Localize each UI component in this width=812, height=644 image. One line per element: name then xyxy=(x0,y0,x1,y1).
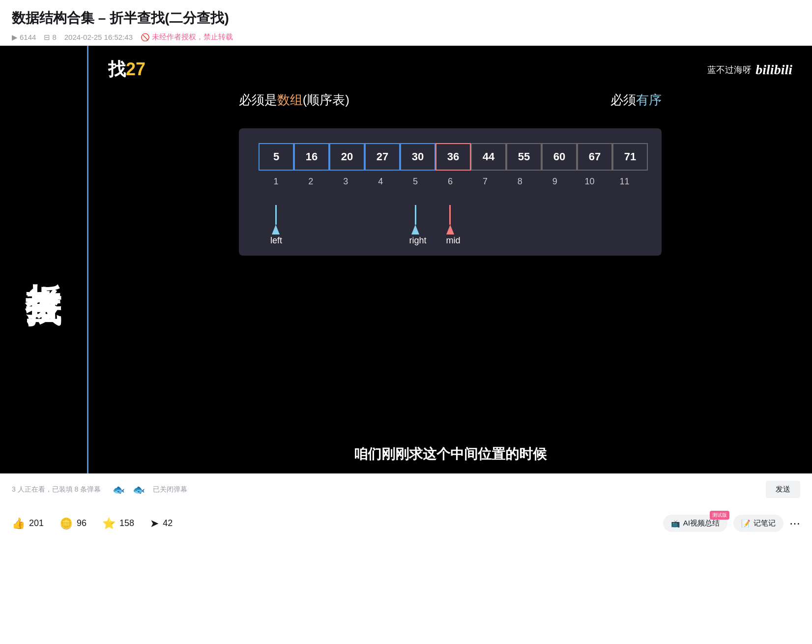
cell-9: 60 xyxy=(542,143,577,171)
share-icon: ➤ xyxy=(150,517,159,530)
find-label: 找 xyxy=(108,59,126,79)
find-number: 27 xyxy=(126,59,145,79)
star-count: 158 xyxy=(119,518,134,528)
coin-button[interactable]: 🪙 96 xyxy=(59,517,87,530)
danmu-icon-1[interactable]: 🐟 xyxy=(113,484,125,496)
ai-icon: 📺 xyxy=(671,519,680,528)
video-player[interactable]: 折半查找 找27 蓝不过海呀 bilibili 必须是数组(顺序表) 必须有序 xyxy=(0,46,812,473)
index-2: 2 xyxy=(293,175,328,188)
video-content: 找27 蓝不过海呀 bilibili 必须是数组(顺序表) 必须有序 5 16 xyxy=(88,46,812,473)
danmu-status: 已关闭弹幕 xyxy=(153,485,187,494)
index-11: 11 xyxy=(607,175,642,188)
cond1-highlight: 数组 xyxy=(277,92,303,107)
coin-count: 96 xyxy=(77,518,87,528)
viewer-info: 3 人正在看，已装填 8 条弹幕 xyxy=(12,485,101,494)
index-3: 3 xyxy=(328,175,363,188)
index-1: 1 xyxy=(259,175,293,188)
left-arrow-line xyxy=(275,205,277,225)
ai-summary-button[interactable]: 测试版 📺 AI视频总结 xyxy=(663,515,727,532)
mid-arrow-head xyxy=(446,225,454,234)
page-title: 数据结构合集 – 折半查找(二分查找) xyxy=(12,9,800,28)
cell-5: 30 xyxy=(400,143,435,171)
star-icon: ⭐ xyxy=(102,517,116,530)
notes-label: 记笔记 xyxy=(754,519,776,528)
mid-arrow-line xyxy=(449,205,451,225)
page-header: 数据结构合集 – 折半查找(二分查找) ▶ 6144 ⊟ 8 2024-02-2… xyxy=(0,0,812,46)
right-label: right xyxy=(400,235,435,246)
empty-label-4 xyxy=(365,235,400,246)
ai-summary-label: AI视频总结 xyxy=(683,519,720,528)
left-sidebar: 折半查找 xyxy=(0,46,88,473)
cell-6: 36 xyxy=(435,143,471,171)
index-8: 8 xyxy=(502,175,537,188)
cell-8: 55 xyxy=(506,143,542,171)
cell-10: 67 xyxy=(577,143,612,171)
condition-sorted: 必须有序 xyxy=(610,91,662,109)
array-container: 5 16 20 27 30 36 44 55 60 67 71 1 2 3 xyxy=(239,128,662,256)
cell-2: 16 xyxy=(294,143,329,171)
condition-array: 必须是数组(顺序表) xyxy=(239,91,349,109)
copyright-notice: 🚫 未经作者授权，禁止转载 xyxy=(141,32,233,42)
sidebar-title: 折半查找 xyxy=(26,256,61,263)
cond1-suffix: (顺序表) xyxy=(303,92,349,107)
arrow-labels: left right mid xyxy=(259,235,642,246)
right-actions: 测试版 📺 AI视频总结 📝 记笔记 ⋯ xyxy=(663,515,800,532)
mid-label: mid xyxy=(435,235,471,246)
conditions-row: 必须是数组(顺序表) 必须有序 xyxy=(108,91,792,109)
cell-11: 71 xyxy=(612,143,648,171)
index-9: 9 xyxy=(537,175,572,188)
brand-name: 蓝不过海呀 xyxy=(707,64,752,76)
cond2-text: 必须 xyxy=(610,92,636,107)
meta-row: ▶ 6144 ⊟ 8 2024-02-25 16:52:43 🚫 未经作者授权，… xyxy=(12,32,800,42)
send-button[interactable]: 发送 xyxy=(766,481,800,498)
cell-1: 5 xyxy=(259,143,294,171)
actions-bar: 👍 201 🪙 96 ⭐ 158 ➤ 42 测试版 📺 AI视频总结 📝 记笔记… xyxy=(0,505,812,542)
star-button[interactable]: ⭐ 158 xyxy=(102,517,134,530)
find-heading: 找27 xyxy=(108,58,145,82)
index-6: 6 xyxy=(433,175,468,188)
view-count: ▶ 6144 xyxy=(12,33,36,42)
play-icon: ▶ xyxy=(12,33,18,42)
controls-bar: 3 人正在看，已装填 8 条弹幕 🐟 🐟 已关闭弹幕 发送 xyxy=(0,473,812,505)
mid-arrow-slot xyxy=(433,205,468,235)
index-4: 4 xyxy=(363,175,398,188)
no-copy-icon: 🚫 xyxy=(141,33,150,42)
publish-date: 2024-02-25 16:52:43 xyxy=(64,33,133,41)
left-arrow-slot xyxy=(259,205,293,235)
arrows-row xyxy=(259,196,642,235)
empty-label-2 xyxy=(294,235,329,246)
bilibili-logo: bilibili xyxy=(755,62,792,78)
comment-icon: ⊟ xyxy=(44,33,50,42)
index-5: 5 xyxy=(398,175,433,188)
share-count: 42 xyxy=(163,518,173,528)
beta-badge: 测试版 xyxy=(710,511,729,520)
cond2-highlight: 有序 xyxy=(636,92,662,107)
empty-label-3 xyxy=(329,235,365,246)
notes-icon: 📝 xyxy=(741,519,751,528)
right-arrow-head xyxy=(411,225,419,234)
right-arrow-slot xyxy=(398,205,433,235)
index-7: 7 xyxy=(467,175,502,188)
like-button[interactable]: 👍 201 xyxy=(12,517,44,530)
left-label: left xyxy=(259,235,294,246)
notes-button[interactable]: 📝 记笔记 xyxy=(733,515,783,532)
bilibili-brand: 蓝不过海呀 bilibili xyxy=(707,62,792,78)
video-topbar: 找27 蓝不过海呀 bilibili xyxy=(108,58,792,82)
array-visualization: 5 16 20 27 30 36 44 55 60 67 71 1 2 3 xyxy=(108,128,792,256)
left-arrow-head xyxy=(272,225,280,234)
more-button[interactable]: ⋯ xyxy=(789,517,800,530)
coin-icon: 🪙 xyxy=(59,517,73,530)
array-cells: 5 16 20 27 30 36 44 55 60 67 71 xyxy=(259,143,642,171)
cond1-text: 必须是 xyxy=(239,92,277,107)
cell-3: 20 xyxy=(329,143,365,171)
cell-4: 27 xyxy=(365,143,400,171)
danmu-icon-2[interactable]: 🐟 xyxy=(133,484,145,496)
like-icon: 👍 xyxy=(12,517,25,530)
comment-count: ⊟ 8 xyxy=(44,33,56,42)
array-indices: 1 2 3 4 5 6 7 8 9 10 11 xyxy=(259,175,642,188)
cell-7: 44 xyxy=(471,143,506,171)
subtitle-text: 咱们刚刚求这个中间位置的时候 xyxy=(354,446,547,462)
share-button[interactable]: ➤ 42 xyxy=(150,517,173,530)
index-10: 10 xyxy=(572,175,607,188)
like-count: 201 xyxy=(29,518,44,528)
